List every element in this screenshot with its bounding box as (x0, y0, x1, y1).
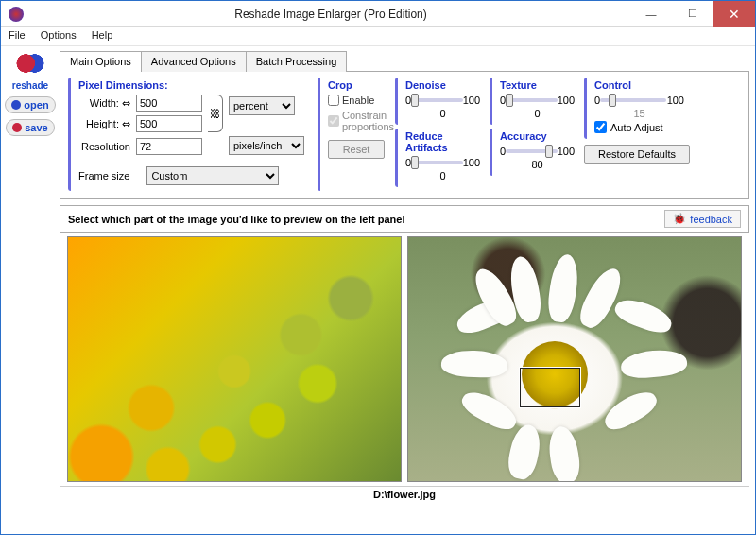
constrain-proportions-checkbox: Constrain proportions (328, 110, 386, 132)
resolution-unit-select[interactable]: pixels/inch (229, 136, 304, 155)
selection-box[interactable] (520, 368, 580, 407)
ladybug-icon: 🐞 (673, 213, 686, 225)
reduce-artifacts-slider[interactable] (411, 161, 463, 164)
denoise-slider[interactable] (411, 98, 463, 102)
file-path: D:\flower.jpg (60, 486, 749, 502)
app-icon (9, 7, 24, 22)
height-input[interactable] (136, 115, 202, 132)
preview-right-full[interactable] (407, 236, 742, 482)
tab-main-options[interactable]: Main Options (60, 51, 142, 72)
restore-defaults-button[interactable]: Restore Defaults (584, 145, 690, 164)
link-icon-h: ⇔ (122, 118, 130, 129)
tab-batch-processing[interactable]: Batch Processing (246, 51, 348, 72)
frame-size-select[interactable]: Custom (146, 166, 279, 185)
feedback-button[interactable]: 🐞feedback (664, 210, 741, 228)
tab-advanced-options[interactable]: Advanced Options (141, 51, 247, 72)
pixel-dimensions-group: Pixel Dimensions: Width: ⇔ Height: ⇔ (68, 78, 314, 191)
open-button[interactable]: open (5, 96, 55, 113)
resolution-label: Resolution (78, 141, 130, 152)
texture-group: Texture 0100 0 (490, 78, 580, 125)
control-slider[interactable] (600, 98, 666, 102)
reduce-artifacts-group: Reduce Artifacts 0100 0 (395, 129, 486, 187)
menubar: File Options Help (1, 27, 755, 46)
pixel-dimensions-title: Pixel Dimensions: (78, 79, 308, 91)
crop-group: Crop Enable Constrain proportions Reset (318, 78, 391, 191)
reshade-logo-icon (15, 52, 45, 75)
preview-header: Select which part of the image you'd lik… (60, 205, 749, 233)
crop-title: Crop (328, 79, 386, 91)
denoise-group: Denoise 0100 0 (395, 78, 486, 125)
frame-size-label: Frame size (78, 170, 129, 181)
accuracy-value: 80 (500, 159, 575, 170)
height-label: Height: ⇔ (78, 118, 130, 130)
control-value: 15 (594, 108, 684, 119)
dimension-unit-select[interactable]: percent (229, 96, 295, 115)
preview-left-zoomed[interactable] (67, 236, 402, 482)
menu-help[interactable]: Help (92, 29, 113, 43)
sidebar: reshade open save (1, 46, 60, 504)
menu-file[interactable]: File (9, 29, 26, 43)
width-label: Width: ⇔ (78, 97, 130, 110)
control-group: Control 0100 15 Auto Adjust (584, 78, 690, 139)
width-input[interactable] (136, 95, 202, 112)
auto-adjust-checkbox[interactable]: Auto Adjust (594, 121, 684, 133)
accuracy-slider[interactable] (506, 149, 558, 153)
reset-button[interactable]: Reset (328, 140, 385, 159)
minimize-button[interactable]: — (630, 1, 672, 27)
close-button[interactable]: ✕ (713, 1, 755, 27)
save-icon (12, 123, 22, 132)
menu-options[interactable]: Options (41, 29, 77, 43)
texture-slider[interactable] (506, 98, 558, 102)
resolution-input[interactable] (136, 138, 202, 155)
brand-text: reshade (12, 80, 48, 91)
reduce-artifacts-value: 0 (405, 170, 480, 181)
crop-enable-checkbox[interactable]: Enable (328, 95, 386, 106)
main-options-panel: Pixel Dimensions: Width: ⇔ Height: ⇔ (60, 72, 749, 199)
tabs: Main Options Advanced Options Batch Proc… (60, 50, 749, 72)
save-button[interactable]: save (6, 119, 54, 136)
denoise-value: 0 (405, 108, 480, 119)
preview-hint: Select which part of the image you'd lik… (68, 214, 405, 225)
accuracy-group: Accuracy 0100 80 (490, 129, 580, 176)
texture-value: 0 (500, 108, 575, 119)
link-icon-w: ⇔ (122, 97, 130, 109)
maximize-button[interactable]: ☐ (672, 1, 713, 27)
link-proportions-icon[interactable]: ⛓ (208, 95, 223, 132)
window-title: Reshade Image Enlarger (Pro Edition) (31, 8, 630, 21)
titlebar: Reshade Image Enlarger (Pro Edition) — ☐… (1, 1, 755, 27)
open-icon (11, 100, 21, 110)
